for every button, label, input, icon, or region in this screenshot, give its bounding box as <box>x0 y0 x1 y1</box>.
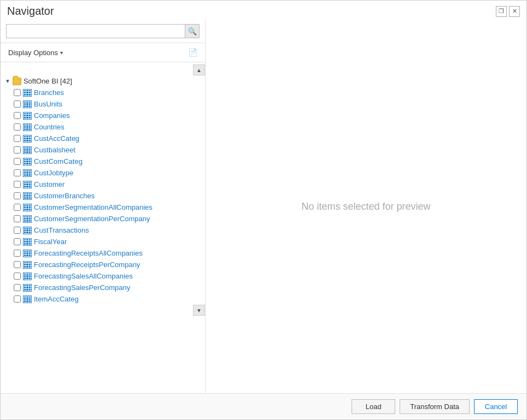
options-bar: Display Options ▾ 📄 <box>1 43 205 62</box>
list-item[interactable]: BusUnits <box>1 98 205 110</box>
table-icon <box>23 169 32 177</box>
list-item[interactable]: Countries <box>1 121 205 133</box>
item-label: CustTransactions <box>34 226 89 234</box>
item-label: BusUnits <box>34 100 62 108</box>
table-icon <box>23 273 32 280</box>
item-label: ForecastingSalesPerCompany <box>34 283 130 292</box>
title-bar: Navigator ❐ ✕ <box>1 1 526 20</box>
table-icon <box>23 192 32 200</box>
search-input[interactable] <box>6 24 185 38</box>
item-label: CustAccCateg <box>34 134 79 143</box>
item-checkbox[interactable] <box>14 227 21 234</box>
table-icon <box>23 295 32 303</box>
item-checkbox[interactable] <box>14 112 21 119</box>
item-checkbox[interactable] <box>14 273 21 280</box>
list-item[interactable]: CustomerSegmentationAllCompanies <box>1 202 205 213</box>
content-area: 🔍 Display Options ▾ 📄 ▲ <box>1 20 526 393</box>
item-checkbox[interactable] <box>14 261 21 268</box>
no-preview-text: No items selected for preview <box>301 201 430 212</box>
item-label: CustomerBranches <box>34 192 95 200</box>
list-item[interactable]: ForecastingSalesPerCompany <box>1 282 205 293</box>
scroll-down-button[interactable]: ▼ <box>193 305 205 316</box>
cancel-button[interactable]: Cancel <box>474 399 518 414</box>
item-label: CustComCateg <box>34 157 83 165</box>
table-icon <box>23 204 32 211</box>
table-icon <box>23 238 32 246</box>
item-checkbox[interactable] <box>14 169 21 176</box>
table-icon <box>23 250 32 257</box>
list-item[interactable]: CustTransactions <box>1 224 205 236</box>
item-checkbox[interactable] <box>14 192 21 199</box>
preview-icon: 📄 <box>188 48 197 57</box>
item-checkbox[interactable] <box>14 250 21 257</box>
item-label: Custbalsheet <box>34 146 75 154</box>
tree-root-label: SoftOne BI [42] <box>24 77 72 85</box>
table-icon <box>23 112 32 120</box>
navigator-window: Navigator ❐ ✕ 🔍 Display Options ▾ <box>0 0 527 420</box>
item-checkbox[interactable] <box>14 158 21 165</box>
left-panel: 🔍 Display Options ▾ 📄 ▲ <box>1 20 206 393</box>
list-item[interactable]: CustAccCateg <box>1 133 205 144</box>
transform-data-button[interactable]: Transform Data <box>400 399 470 414</box>
maximize-button[interactable]: ❐ <box>496 6 507 17</box>
item-checkbox[interactable] <box>14 215 21 222</box>
list-item[interactable]: ItemAccCateg <box>1 293 205 305</box>
list-item[interactable]: Companies <box>1 110 205 121</box>
item-label: Countries <box>34 123 65 131</box>
load-button[interactable]: Load <box>352 399 395 414</box>
preview-icon-button[interactable]: 📄 <box>185 45 200 60</box>
scroll-up-button[interactable]: ▲ <box>193 64 205 75</box>
list-item[interactable]: CustComCateg <box>1 156 205 167</box>
search-icon: 🔍 <box>188 27 197 36</box>
tree-area: ▲ ▼ SoftOne BI [42] Branches <box>1 62 205 393</box>
dropdown-arrow-icon: ▾ <box>60 50 63 56</box>
item-checkbox[interactable] <box>14 100 21 108</box>
table-icon <box>23 284 32 292</box>
table-icon <box>23 215 32 223</box>
list-item[interactable]: Custbalsheet <box>1 144 205 156</box>
table-icon <box>23 261 32 269</box>
table-icon <box>23 100 32 108</box>
item-checkbox[interactable] <box>14 295 21 303</box>
window-controls: ❐ ✕ <box>496 6 520 17</box>
folder-icon <box>13 78 21 85</box>
item-checkbox[interactable] <box>14 135 21 142</box>
footer: Load Transform Data Cancel <box>1 393 526 419</box>
list-item[interactable]: FiscalYear <box>1 236 205 247</box>
table-icon <box>23 89 32 97</box>
item-label: CustomerSegmentationPerCompany <box>34 215 150 223</box>
item-label: Companies <box>34 111 70 120</box>
display-options-button[interactable]: Display Options ▾ <box>6 48 65 58</box>
window-title: Navigator <box>7 5 54 17</box>
item-label: Branches <box>34 88 64 97</box>
item-checkbox[interactable] <box>14 284 21 291</box>
table-icon <box>23 135 32 143</box>
table-icon <box>23 158 32 165</box>
item-label: ForecastingReceiptsAllCompanies <box>34 249 143 257</box>
item-checkbox[interactable] <box>14 204 21 211</box>
search-button[interactable]: 🔍 <box>185 24 200 38</box>
list-item[interactable]: ForecastingSalesAllCompanies <box>1 270 205 282</box>
item-label: ForecastingReceiptsPerCompany <box>34 261 140 269</box>
table-icon <box>23 146 32 154</box>
item-label: ForecastingSalesAllCompanies <box>34 272 133 280</box>
tree-root-node[interactable]: ▼ SoftOne BI [42] <box>1 75 205 87</box>
search-bar: 🔍 <box>1 20 205 43</box>
item-label: CustomerSegmentationAllCompanies <box>34 203 153 211</box>
list-item[interactable]: CustJobtype <box>1 167 205 179</box>
item-checkbox[interactable] <box>14 123 21 131</box>
item-checkbox[interactable] <box>14 89 21 96</box>
tree-list[interactable]: ▲ ▼ SoftOne BI [42] Branches <box>1 62 205 393</box>
list-item[interactable]: ForecastingReceiptsPerCompany <box>1 259 205 270</box>
list-item[interactable]: CustomerBranches <box>1 190 205 202</box>
list-item[interactable]: CustomerSegmentationPerCompany <box>1 213 205 224</box>
item-checkbox[interactable] <box>14 238 21 245</box>
table-icon <box>23 227 32 234</box>
list-item[interactable]: Customer <box>1 179 205 190</box>
item-checkbox[interactable] <box>14 181 21 188</box>
close-button[interactable]: ✕ <box>509 6 520 17</box>
item-label: CustJobtype <box>34 169 73 177</box>
item-checkbox[interactable] <box>14 146 21 153</box>
list-item[interactable]: ForecastingReceiptsAllCompanies <box>1 247 205 259</box>
list-item[interactable]: Branches <box>1 87 205 98</box>
